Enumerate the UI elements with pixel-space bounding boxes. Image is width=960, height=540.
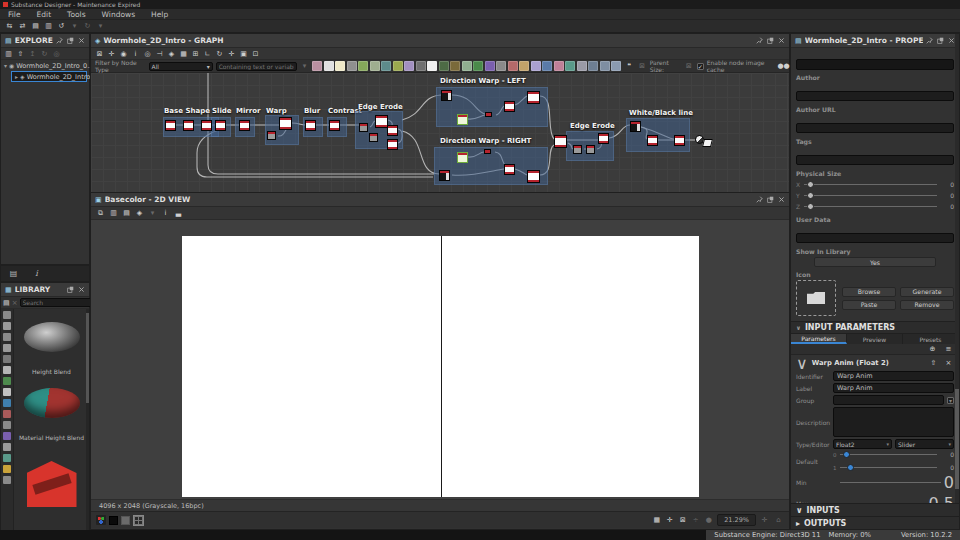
- library-category-icon-14[interactable]: [3, 465, 11, 473]
- float-icon[interactable]: [67, 37, 74, 44]
- author-input[interactable]: [796, 91, 954, 101]
- library-item-logo[interactable]: [14, 441, 89, 507]
- graph-search-options-icon[interactable]: ▾: [300, 61, 310, 72]
- library-item-1[interactable]: Material Height Blend: [14, 375, 89, 441]
- close-icon[interactable]: [778, 196, 785, 203]
- save-all-icon[interactable]: ▥: [3, 48, 14, 59]
- menu-windows[interactable]: Windows: [94, 10, 143, 19]
- rotate-icon[interactable]: ↻: [214, 48, 225, 59]
- dot-icon[interactable]: ●: [703, 515, 714, 526]
- graph-node-14[interactable]: [441, 90, 452, 101]
- explorer-tab-icon[interactable]: ▤: [7, 268, 20, 279]
- export-param-icon[interactable]: ⇧: [928, 358, 939, 369]
- tree-chevron-icon[interactable]: ▾: [4, 62, 7, 69]
- library-item-0[interactable]: Height Blend: [14, 309, 89, 375]
- list-options-icon[interactable]: ≡: [943, 344, 954, 355]
- node-palette-icon-7[interactable]: [393, 61, 403, 71]
- library-filter-icon[interactable]: ▤: [3, 297, 10, 308]
- graph-node-30[interactable]: [674, 135, 685, 146]
- export-sbsar-icon[interactable]: ▣: [238, 48, 249, 59]
- node-palette-icon-14[interactable]: [473, 61, 483, 71]
- node-palette-icon-3[interactable]: [347, 61, 357, 71]
- graph-search-input[interactable]: [216, 62, 297, 71]
- import-icon[interactable]: ⇧: [15, 48, 26, 59]
- graph-canvas[interactable]: Base ShapeSlideMirrorWarpBlurContrastEdg…: [91, 73, 789, 193]
- redo-icon[interactable]: ↻: [82, 21, 93, 32]
- layers-icon[interactable]: ▦: [178, 48, 189, 59]
- library-category-icon-11[interactable]: [3, 432, 11, 440]
- library-category-icon-4[interactable]: [3, 355, 11, 363]
- browse-icon-button[interactable]: Browse: [842, 287, 896, 297]
- center-icon[interactable]: ÷: [690, 515, 701, 526]
- graph-node-28[interactable]: [630, 121, 641, 132]
- frame-icon[interactable]: ⊡: [250, 48, 261, 59]
- screenshot-icon[interactable]: ◉: [118, 48, 129, 59]
- library-category-icon-5[interactable]: [3, 366, 11, 374]
- float-icon[interactable]: [767, 37, 774, 44]
- graph-node-19[interactable]: [439, 170, 450, 181]
- remove-icon-button[interactable]: Remove: [900, 300, 954, 310]
- parent-size-icon[interactable]: ⊠: [684, 61, 694, 72]
- undo-caret-icon[interactable]: ▾: [69, 21, 80, 32]
- param-section-header[interactable]: ∨ Warp Anim (Float 2) ⇧ ×: [796, 357, 954, 369]
- link-node-icon[interactable]: ◈: [134, 208, 145, 219]
- graph-node-24[interactable]: [554, 135, 567, 148]
- save-image-icon[interactable]: ▥: [108, 208, 119, 219]
- graph-node-9[interactable]: [359, 123, 368, 132]
- library-category-icon-8[interactable]: [3, 399, 11, 407]
- library-scrollbar[interactable]: [86, 309, 89, 531]
- physical-size-slider-x[interactable]: X0: [796, 179, 954, 190]
- open-folder-icon[interactable]: ▤: [30, 21, 41, 32]
- node-palette-icon-9[interactable]: [416, 61, 426, 71]
- node-palette-icon-2[interactable]: [335, 61, 345, 71]
- tab-preview[interactable]: Preview: [847, 334, 903, 344]
- node-palette-icon-26[interactable]: [611, 61, 621, 71]
- graph-node-23[interactable]: [527, 170, 540, 183]
- pin-icon[interactable]: [756, 37, 763, 44]
- graph-node-6[interactable]: [267, 131, 276, 140]
- library-category-icon-3[interactable]: [3, 344, 11, 352]
- graph-node-20[interactable]: [457, 152, 468, 163]
- library-category-icon-13[interactable]: [3, 454, 11, 462]
- close-icon[interactable]: [948, 37, 955, 44]
- node-palette-icon-20[interactable]: [542, 61, 552, 71]
- zoom-plus-icon[interactable]: ✛: [759, 515, 770, 526]
- menu-tools[interactable]: Tools: [59, 10, 93, 19]
- graph-name-input[interactable]: [796, 59, 954, 70]
- copy-image-icon[interactable]: ▤: [121, 208, 132, 219]
- graph-node-1[interactable]: [183, 120, 194, 131]
- save-icon[interactable]: ▥: [43, 21, 54, 32]
- node-type-select[interactable]: All▾: [149, 62, 213, 71]
- zoom-level[interactable]: 21.29%: [717, 514, 756, 526]
- author-url-input[interactable]: [796, 123, 954, 133]
- lock-zoom-icon[interactable]: ⌂: [773, 515, 784, 526]
- node-palette-icon-5[interactable]: [370, 61, 380, 71]
- pin-icon[interactable]: [926, 37, 933, 44]
- pin-icon[interactable]: [56, 37, 63, 44]
- new-package-icon[interactable]: ⇆: [4, 21, 15, 32]
- transform-icon[interactable]: ✛: [664, 515, 675, 526]
- node-palette-icon-13[interactable]: [462, 61, 472, 71]
- node-palette-icon-25[interactable]: [600, 61, 610, 71]
- graph-node-0[interactable]: [165, 120, 176, 131]
- library-category-icon-7[interactable]: [3, 388, 11, 396]
- node-palette-icon-16[interactable]: [496, 61, 506, 71]
- graph-node-26[interactable]: [586, 145, 595, 154]
- cache-checkbox[interactable]: ✓: [697, 63, 704, 70]
- graph-node-29[interactable]: [647, 135, 658, 146]
- background-black-icon[interactable]: [109, 516, 118, 525]
- library-category-icon-12[interactable]: [3, 443, 11, 451]
- node-palette-icon-17[interactable]: [508, 61, 518, 71]
- redo-caret-icon[interactable]: ▾: [95, 21, 106, 32]
- close-icon[interactable]: [778, 37, 785, 44]
- node-palette-icon-24[interactable]: [588, 61, 598, 71]
- filter-icon[interactable]: ◎: [51, 48, 62, 59]
- channel-select-icon[interactable]: ▾: [147, 208, 158, 219]
- graph-node-5[interactable]: [279, 117, 292, 130]
- node-palette-icon-0[interactable]: [312, 61, 322, 71]
- graph-node-21[interactable]: [484, 149, 491, 154]
- node-palette-icon-15[interactable]: [485, 61, 495, 71]
- tab-parameters[interactable]: Parameters: [791, 334, 847, 344]
- graph-node-27[interactable]: [598, 133, 609, 144]
- close-icon[interactable]: [78, 37, 85, 44]
